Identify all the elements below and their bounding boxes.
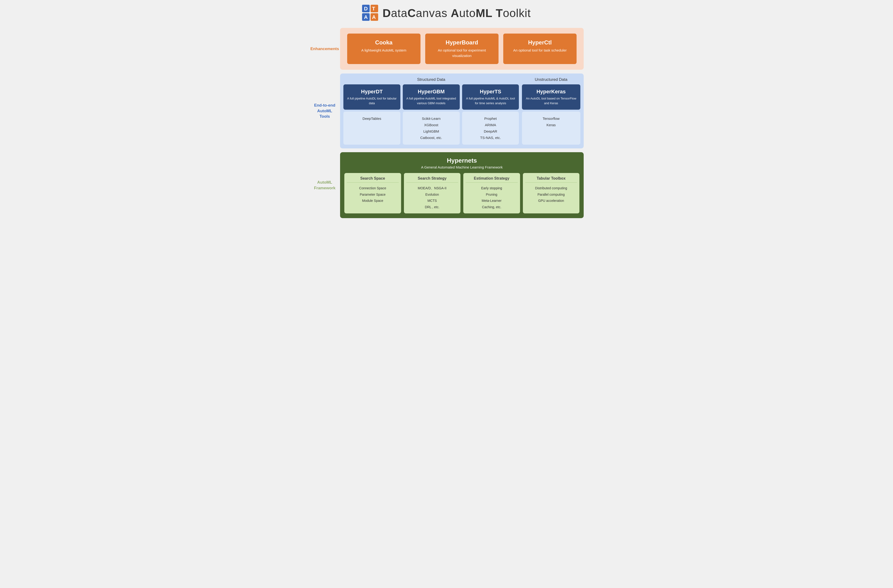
unstructured-data-block: Unstructured Data HyperKeras An AutoDL t… <box>522 77 580 145</box>
hyperkeras-libs: TensorflowKeras <box>522 111 580 145</box>
endtoend-label: End-to-endAutoML Tools <box>309 74 340 148</box>
hyperts-card: HyperTS A full pipeline AutoML & AutoDL … <box>462 84 519 110</box>
hypernets-grid: Search Space Connection SpaceParameter S… <box>344 173 579 213</box>
automl-label: AutoMLFramework <box>309 152 340 218</box>
search-strategy-title: Search Strategy <box>406 176 459 183</box>
search-space-card: Search Space Connection SpaceParameter S… <box>344 173 401 213</box>
logo-icon: D A T A <box>362 5 379 21</box>
hypernets-title: Hypernets <box>344 157 579 164</box>
hyperdt-column: HyperDT A full pipeline AutoDL tool for … <box>343 84 400 145</box>
tabular-toolbox-card: Tabular Toolbox Distributed computingPar… <box>523 173 580 213</box>
estimation-strategy-items: Early stoppingPruningMeta-LearnerCaching… <box>466 185 518 210</box>
hypergbm-desc: A full pipeline AutoML tool integrated v… <box>406 96 456 105</box>
svg-text:A: A <box>364 14 368 20</box>
hyperkeras-desc: An AutoDL tool based on TensorFlow and K… <box>525 96 577 105</box>
unstructured-data-label: Unstructured Data <box>522 77 580 82</box>
tabular-toolbox-title: Tabular Toolbox <box>525 176 577 183</box>
search-space-items: Connection SpaceParameter SpaceModule Sp… <box>347 185 399 204</box>
page-title: DataCanvas AutoML Toolkit <box>382 7 531 20</box>
hyperdt-card: HyperDT A full pipeline AutoDL tool for … <box>343 84 400 110</box>
search-strategy-card: Search Strategy MOEA/D、NSGA-IIEvolutionM… <box>404 173 461 213</box>
hypernets-subtitle: A General Automated Machine Learning Fra… <box>344 165 579 169</box>
hyperctl-title: HyperCtl <box>508 39 572 46</box>
endtoend-box: Structured Data HyperDT A full pipeline … <box>340 74 584 148</box>
hypergbm-column: HyperGBM A full pipeline AutoML tool int… <box>403 84 460 145</box>
automl-section: AutoMLFramework Hypernets A General Auto… <box>309 152 584 218</box>
hyperctl-card: HyperCtl An optional tool for task sched… <box>503 33 577 64</box>
hyperts-desc: A full pipeline AutoML & AutoDL tool for… <box>465 96 516 105</box>
estimation-strategy-card: Estimation Strategy Early stoppingPrunin… <box>463 173 520 213</box>
enhancements-label: Enhancements <box>309 28 340 70</box>
hyperctl-desc: An optional tool for task scheduler <box>508 48 572 53</box>
hyperkeras-column: HyperKeras An AutoDL tool based on Tenso… <box>522 84 580 145</box>
endtoend-section: End-to-endAutoML Tools Structured Data H… <box>309 74 584 148</box>
hypergbm-name: HyperGBM <box>406 88 456 95</box>
cooka-desc: A lightweight AutoML system <box>352 48 416 53</box>
hyperdt-name: HyperDT <box>347 88 397 95</box>
hyperts-column: HyperTS A full pipeline AutoML & AutoDL … <box>462 84 519 145</box>
hyperkeras-card: HyperKeras An AutoDL tool based on Tenso… <box>522 84 580 110</box>
svg-text:T: T <box>372 6 375 12</box>
structured-data-label: Structured Data <box>343 77 519 82</box>
hyperboard-title: HyperBoard <box>430 39 494 46</box>
svg-text:D: D <box>364 6 368 12</box>
hypergbm-card: HyperGBM A full pipeline AutoML tool int… <box>403 84 460 110</box>
hyperkeras-name: HyperKeras <box>525 88 577 95</box>
hyperdt-desc: A full pipeline AutoDL tool for tabular … <box>347 96 397 105</box>
enhancements-box: Cooka A lightweight AutoML system HyperB… <box>340 28 584 70</box>
structured-data-block: Structured Data HyperDT A full pipeline … <box>343 77 519 145</box>
main-content: Enhancements Cooka A lightweight AutoML … <box>309 28 584 218</box>
hyperdt-libs: DeepTables <box>343 111 400 145</box>
estimation-strategy-title: Estimation Strategy <box>466 176 518 183</box>
svg-text:A: A <box>372 14 376 20</box>
hyperboard-card: HyperBoard An optional tool for experime… <box>425 33 499 64</box>
header: D A T A DataCanvas AutoML Toolkit <box>309 5 584 21</box>
hypernets-box: Hypernets A General Automated Machine Le… <box>340 152 584 218</box>
search-space-title: Search Space <box>347 176 399 183</box>
enhancements-section: Enhancements Cooka A lightweight AutoML … <box>309 28 584 70</box>
search-strategy-items: MOEA/D、NSGA-IIEvolutionMCTSDRL , etc. <box>406 185 459 210</box>
cooka-title: Cooka <box>352 39 416 46</box>
hyperts-libs: ProphetARIMADeepARTS-NAS, etc. <box>462 111 519 145</box>
cooka-card: Cooka A lightweight AutoML system <box>347 33 421 64</box>
hyperboard-desc: An optional tool for experiment visualiz… <box>430 48 494 58</box>
hypergbm-libs: Scikit-LearnXGBoostLightGBMCatboost, etc… <box>403 111 460 145</box>
hyperts-name: HyperTS <box>465 88 516 95</box>
tabular-toolbox-items: Distributed computingParallel computingG… <box>525 185 577 204</box>
